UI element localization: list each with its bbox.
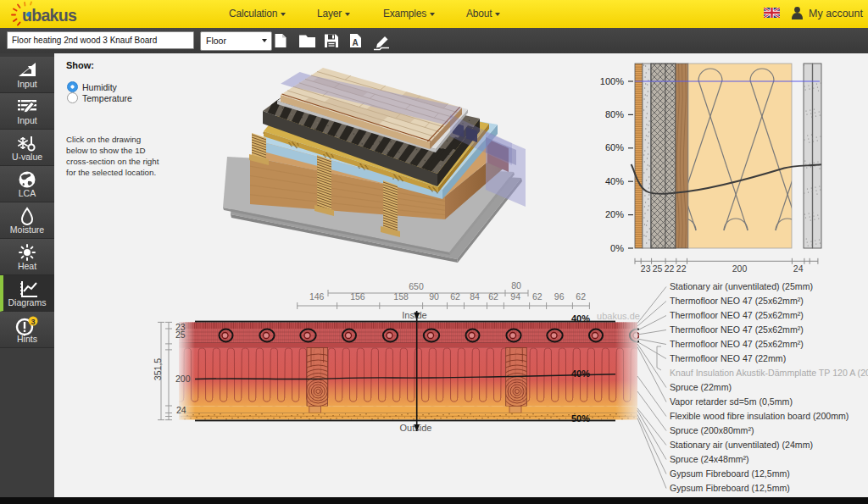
svg-text:650: 650 <box>409 281 424 291</box>
svg-text:Inside: Inside <box>402 310 426 320</box>
svg-text:20%: 20% <box>605 209 624 219</box>
svg-text:0%: 0% <box>610 243 624 253</box>
svg-text:351,5: 351,5 <box>153 358 163 380</box>
svg-text:84: 84 <box>470 291 480 302</box>
svg-text:40%: 40% <box>571 368 590 379</box>
svg-text:24: 24 <box>793 263 804 274</box>
svg-text:Gypsum Fibreboard (12,5mm): Gypsum Fibreboard (12,5mm) <box>670 468 790 479</box>
svg-text:146: 146 <box>309 291 325 302</box>
svg-text:158: 158 <box>393 291 409 302</box>
svg-text:80: 80 <box>511 280 521 291</box>
svg-text:Thermofloor NEO 47 (25x62mm²): Thermofloor NEO 47 (25x62mm²) <box>670 339 804 349</box>
svg-text:Spruce (24x48mm²): Spruce (24x48mm²) <box>670 454 749 464</box>
svg-text:ubakus: ubakus <box>22 6 77 25</box>
svg-text:Thermofloor NEO 47 (25x62mm²): Thermofloor NEO 47 (25x62mm²) <box>670 310 804 320</box>
svg-text:Flexible wood fibre insulation: Flexible wood fibre insulation board (20… <box>670 411 849 421</box>
svg-text:24: 24 <box>176 405 186 415</box>
svg-text:25: 25 <box>653 263 663 274</box>
svg-text:62: 62 <box>532 291 542 302</box>
svg-text:62: 62 <box>576 291 586 302</box>
svg-text:62: 62 <box>488 291 498 302</box>
svg-text:3: 3 <box>31 318 35 326</box>
svg-text:40%: 40% <box>571 313 590 324</box>
svg-text:94: 94 <box>510 291 520 302</box>
svg-text:Thermofloor NEO 47 (25x62mm²): Thermofloor NEO 47 (25x62mm²) <box>670 296 804 306</box>
svg-text:50%: 50% <box>571 413 590 424</box>
svg-text:40%: 40% <box>605 176 624 186</box>
svg-text:Spruce (200x80mm²): Spruce (200x80mm²) <box>670 425 754 435</box>
svg-text:62: 62 <box>450 291 460 302</box>
svg-text:Stationary air (unventilated): Stationary air (unventilated) (25mm) <box>670 281 813 291</box>
svg-text:200: 200 <box>175 374 191 384</box>
svg-text:22: 22 <box>676 263 687 274</box>
svg-text:Spruce (22mm): Spruce (22mm) <box>670 382 732 392</box>
svg-text:A: A <box>353 38 359 47</box>
svg-text:80%: 80% <box>605 109 624 119</box>
svg-text:156: 156 <box>350 291 365 302</box>
svg-text:Thermofloor NEO 47 (25x62mm²): Thermofloor NEO 47 (25x62mm²) <box>670 324 804 335</box>
svg-text:Gypsum Fibreboard (12,5mm): Gypsum Fibreboard (12,5mm) <box>670 483 790 493</box>
svg-text:25: 25 <box>175 330 186 340</box>
svg-text:100%: 100% <box>600 76 624 86</box>
svg-text:Stationary air (unventilated): Stationary air (unventilated) (24mm) <box>670 440 813 450</box>
svg-text:Thermofloor NEO 47 (22mm): Thermofloor NEO 47 (22mm) <box>670 353 786 363</box>
svg-text:Vapor retarder sd=5m (0,5mm): Vapor retarder sd=5m (0,5mm) <box>670 396 793 407</box>
svg-text:ubakus.de: ubakus.de <box>597 311 640 321</box>
svg-text:22: 22 <box>665 263 675 274</box>
svg-text:96: 96 <box>554 291 565 302</box>
svg-text:90: 90 <box>429 291 439 302</box>
svg-text:Knauf Insulation Akustik-Dämmp: Knauf Insulation Akustik-Dämmplatte TP 1… <box>670 368 868 378</box>
svg-text:23: 23 <box>641 263 651 274</box>
svg-text:60%: 60% <box>605 142 624 152</box>
svg-text:200: 200 <box>732 263 748 274</box>
